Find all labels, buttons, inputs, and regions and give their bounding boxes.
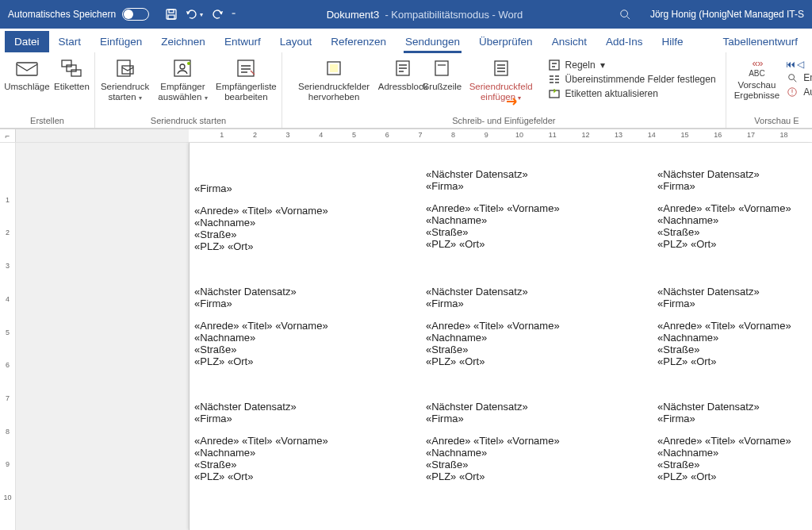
svg-point-11 (180, 64, 185, 69)
label-cell[interactable]: «Nächster Datensatz»«Firma»«Anrede» «Tit… (190, 273, 421, 388)
svg-rect-4 (17, 63, 37, 75)
svg-point-12 (187, 62, 190, 65)
user-name[interactable]: Jörg Honig (HonigNet Managed IT-S (650, 9, 804, 20)
nav-first-icon: ⏮ (786, 59, 795, 70)
group-preview-label: Vorschau E (726, 114, 812, 128)
label-cell[interactable]: «Nächster Datensatz»«Firma»«Anrede» «Tit… (653, 273, 812, 388)
group-fields-label: Schreib- und Einfügefelder (282, 114, 726, 128)
tab-insert[interactable]: Einfügen (90, 31, 151, 52)
preview-icon: « » ABC (743, 57, 770, 78)
document-page[interactable]: «Firma»«Anrede» «Titel» «Vorname» «Nachn… (189, 143, 812, 530)
address-block-button[interactable]: Adressblock (382, 56, 423, 94)
horizontal-ruler[interactable]: 123456789101112131415161718 (189, 129, 812, 142)
greeting-icon (428, 57, 455, 79)
label-cell[interactable]: «Nächster Datensatz»«Firma»«Anrede» «Tit… (653, 156, 812, 273)
highlight-fields-button[interactable]: Seriendruckfelder hervorheben (287, 56, 381, 103)
svg-rect-19 (550, 60, 559, 70)
edit-recipient-list-button[interactable]: Empfängerliste bearbeiten (216, 56, 277, 103)
tab-references[interactable]: Referenzen (321, 31, 396, 52)
tab-layout[interactable]: Layout (270, 31, 322, 52)
label-cell[interactable]: «Nächster Datensatz»«Firma»«Anrede» «Tit… (421, 388, 653, 503)
select-recipients-button[interactable]: Empfänger auswählen ▾ (155, 56, 211, 103)
ribbon-tabs: Datei Start Einfügen Zeichnen Entwurf La… (0, 29, 812, 52)
ruler-corner[interactable]: ⌐ (0, 129, 16, 142)
tab-mailings[interactable]: Sendungen (396, 31, 469, 52)
autosave-toggle[interactable]: Automatisches Speichern (0, 8, 157, 21)
autosave-label: Automatisches Speichern (8, 9, 116, 20)
svg-point-21 (789, 75, 795, 80)
label-cell[interactable]: «Nächster Datensatz»«Firma»«Anrede» «Tit… (421, 156, 653, 273)
tab-draw[interactable]: Zeichnen (151, 31, 215, 52)
svg-rect-9 (122, 66, 133, 74)
tab-file[interactable]: Datei (5, 31, 49, 52)
qat-customize[interactable]: ⁼ (232, 10, 236, 19)
undo-button[interactable]: ▾ (186, 8, 203, 21)
error-check-icon (786, 86, 799, 98)
search-icon (786, 71, 799, 84)
envelopes-button[interactable]: Umschläge (5, 56, 49, 94)
match-fields-icon (548, 73, 561, 86)
update-labels-icon (548, 87, 561, 100)
group-create-label: Erstellen (0, 114, 94, 128)
group-mailmerge-label: Seriendruck starten (95, 114, 282, 128)
svg-rect-17 (435, 61, 448, 75)
tab-help[interactable]: Hilfe (652, 31, 692, 52)
nav-prev-icon: ◁ (797, 59, 804, 70)
label-cell[interactable]: «Firma»«Anrede» «Titel» «Vorname» «Nachn… (190, 156, 421, 273)
tab-table-design[interactable]: Tabellenentwurf (713, 31, 807, 52)
save-icon[interactable] (165, 8, 178, 21)
svg-rect-2 (168, 15, 174, 19)
vertical-ruler[interactable]: 12345678910 (0, 143, 16, 530)
labels-button[interactable]: Etiketten (54, 56, 90, 94)
mailmerge-icon (112, 57, 139, 79)
match-fields-button[interactable]: Übereinstimmende Felder festlegen (548, 73, 716, 86)
redo-button[interactable] (211, 8, 224, 21)
label-cell[interactable]: «Nächster Datensatz»«Firma»«Anrede» «Tit… (190, 388, 421, 503)
svg-point-3 (621, 10, 628, 17)
greeting-line-button[interactable]: Grußzeile (425, 56, 459, 94)
autosave-switch[interactable] (122, 8, 149, 21)
svg-rect-1 (169, 10, 174, 13)
insert-field-icon (488, 57, 515, 79)
svg-rect-15 (330, 64, 338, 72)
recipients-icon (169, 57, 196, 79)
label-cell[interactable]: «Nächster Datensatz»«Firma»«Anrede» «Tit… (421, 273, 653, 388)
tab-review[interactable]: Überprüfen (469, 31, 542, 52)
window-title: Dokument3 - Kompatibilitätsmodus - Word (243, 9, 606, 21)
addressblock-icon (389, 57, 416, 79)
tab-start[interactable]: Start (49, 31, 91, 52)
label-cell[interactable]: «Nächster Datensatz»«Firma»«Anrede» «Tit… (653, 388, 812, 503)
chevron-down-icon: ▾ (600, 60, 605, 71)
update-labels-button[interactable]: Etiketten aktualisieren (548, 87, 716, 100)
rules-icon (548, 59, 561, 71)
insert-merge-field-button[interactable]: Seriendruckfeld einfügen ▾ (461, 56, 542, 103)
arrow-annotation-icon (507, 97, 521, 106)
svg-rect-13 (238, 60, 254, 76)
check-errors-button[interactable]: Auf (786, 86, 812, 98)
tab-view[interactable]: Ansicht (542, 31, 596, 52)
labels-icon (58, 57, 85, 79)
highlight-icon (320, 57, 347, 79)
edit-list-icon (232, 57, 259, 79)
search-icon[interactable] (614, 6, 636, 22)
start-mailmerge-button[interactable]: Seriendruck starten ▾ (100, 56, 150, 103)
tab-design[interactable]: Entwurf (215, 31, 270, 52)
find-recipient-button[interactable]: Em (786, 71, 812, 84)
tab-addins[interactable]: Add-Ins (596, 31, 653, 52)
rules-button[interactable]: Regeln ▾ (548, 59, 716, 71)
preview-results-button[interactable]: « » ABC Vorschau Ergebnisse (731, 56, 783, 102)
nav-first-button[interactable]: ⏮ ◁ (786, 59, 812, 70)
envelope-icon (13, 57, 40, 79)
